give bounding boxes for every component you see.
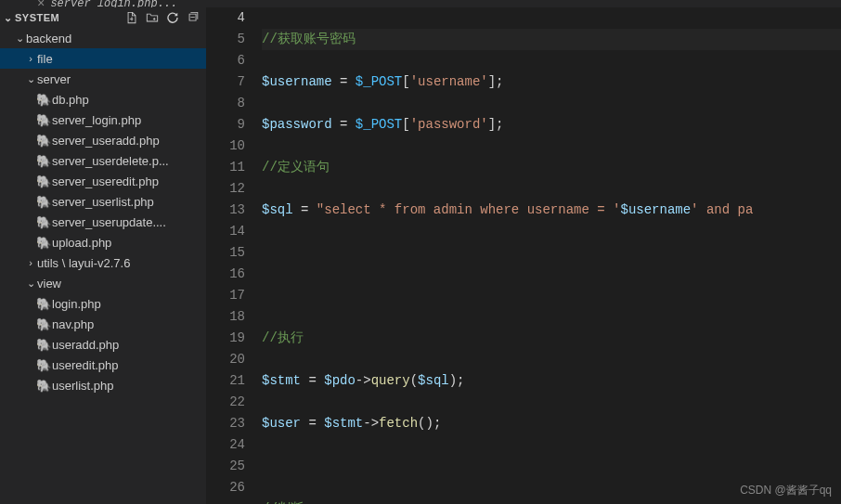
php-file-icon: 🐘: [35, 338, 52, 352]
file-userlist-php[interactable]: 🐘userlist.php: [0, 375, 206, 395]
tree-item-label: server_useredit.php: [52, 174, 159, 188]
line-number: 14: [206, 221, 245, 242]
tree-item-label: server_useradd.php: [52, 134, 160, 148]
php-file-icon: 🐘: [35, 215, 52, 229]
tab-close-icon[interactable]: ×: [37, 0, 45, 7]
line-number: 21: [206, 370, 245, 392]
line-number: 12: [206, 178, 245, 200]
php-file-icon: 🐘: [35, 317, 52, 331]
folder-server[interactable]: ⌄server: [0, 69, 206, 89]
line-number: 6: [206, 50, 245, 71]
code-editor[interactable]: 4567891011121314151617181920212223242526…: [206, 7, 841, 504]
tree-item-label: login.php: [52, 297, 101, 311]
tree-item-label: server_userupdate....: [52, 215, 166, 229]
code-area[interactable]: //获取账号密码 $username = $_POST['username'];…: [262, 7, 841, 504]
explorer-section-header[interactable]: ⌄ SYSTEM: [0, 7, 206, 28]
file-server-login-php[interactable]: 🐘server_login.php: [0, 110, 206, 130]
line-number: 15: [206, 242, 245, 264]
php-file-icon: 🐘: [35, 174, 52, 188]
chevron-down-icon: ⌄: [24, 73, 37, 85]
tree-item-label: useradd.php: [52, 338, 119, 352]
chevron-right-icon: ›: [24, 53, 37, 64]
new-folder-icon[interactable]: [143, 8, 162, 27]
refresh-icon[interactable]: [163, 8, 182, 27]
file-nav-php[interactable]: 🐘nav.php: [0, 314, 206, 334]
chevron-down-icon: ⌄: [24, 278, 37, 290]
tree-item-label: useredit.php: [52, 358, 119, 372]
tab-label[interactable]: server_login.php...: [50, 0, 177, 7]
line-number: 9: [206, 114, 245, 136]
line-number: 7: [206, 71, 245, 93]
line-number: 22: [206, 392, 245, 413]
folder-backend[interactable]: ⌄backend: [0, 28, 206, 48]
watermark: CSDN @酱酱子qq: [740, 483, 832, 498]
line-number: 18: [206, 306, 245, 328]
line-number: 4: [206, 7, 245, 29]
collapse-all-icon[interactable]: [184, 8, 202, 27]
php-file-icon: 🐘: [35, 154, 52, 168]
file-useradd-php[interactable]: 🐘useradd.php: [0, 334, 206, 355]
line-number: 13: [206, 200, 245, 221]
php-file-icon: 🐘: [35, 195, 52, 209]
line-number: 23: [206, 413, 245, 434]
chevron-right-icon: ›: [24, 257, 37, 268]
tree-item-label: nav.php: [52, 317, 94, 331]
tree-item-label: file: [37, 52, 53, 66]
file-server-userlist-php[interactable]: 🐘server_userlist.php: [0, 191, 206, 212]
file-server-useredit-php[interactable]: 🐘server_useredit.php: [0, 171, 206, 191]
tree-item-label: userlist.php: [52, 379, 113, 393]
php-file-icon: 🐘: [35, 113, 52, 127]
folder-utils-layui-v2-7-6[interactable]: ›utils \ layui-v2.7.6: [0, 252, 206, 273]
file-server-useradd-php[interactable]: 🐘server_useradd.php: [0, 130, 206, 150]
php-file-icon: 🐘: [35, 236, 52, 250]
folder-file[interactable]: ›file: [0, 48, 206, 69]
php-file-icon: 🐘: [35, 379, 52, 393]
line-number: 25: [206, 456, 245, 477]
file-tree: ⌄backend›file⌄server🐘db.php🐘server_login…: [0, 28, 206, 504]
file-server-userdelete-p-[interactable]: 🐘server_userdelete.p...: [0, 150, 206, 171]
tree-item-label: server_userlist.php: [52, 195, 154, 209]
line-number: 20: [206, 349, 245, 370]
line-number-gutter: 4567891011121314151617181920212223242526: [206, 7, 262, 504]
line-number: 26: [206, 477, 245, 498]
tree-item-label: view: [37, 277, 61, 291]
line-number: 16: [206, 264, 245, 285]
chevron-down-icon: ⌄: [2, 12, 15, 24]
line-number: 11: [206, 157, 245, 178]
file-server-userupdate-[interactable]: 🐘server_userupdate....: [0, 212, 206, 232]
line-number: 17: [206, 285, 245, 306]
chevron-down-icon: ⌄: [13, 32, 26, 45]
tree-item-label: backend: [26, 32, 71, 45]
php-file-icon: 🐘: [35, 358, 52, 372]
tree-item-label: server_userdelete.p...: [52, 154, 169, 168]
file-login-php[interactable]: 🐘login.php: [0, 293, 206, 314]
php-file-icon: 🐘: [35, 93, 52, 107]
explorer-sidebar: ⌄ SYSTEM ⌄backend›file⌄server🐘db.php🐘ser…: [0, 7, 206, 504]
line-number: 8: [206, 93, 245, 114]
php-file-icon: 🐘: [35, 297, 52, 311]
tree-item-label: server: [37, 72, 71, 86]
section-title: SYSTEM: [15, 12, 123, 23]
line-number: 24: [206, 434, 245, 456]
tree-item-label: utils \ layui-v2.7.6: [37, 256, 130, 270]
tree-item-label: upload.php: [52, 236, 111, 250]
tree-item-label: db.php: [52, 93, 89, 107]
editor-tab-bar: × server_login.php...: [0, 0, 841, 7]
php-file-icon: 🐘: [35, 134, 52, 148]
line-number: 5: [206, 29, 245, 50]
tree-item-label: server_login.php: [52, 113, 141, 127]
new-file-icon[interactable]: [123, 8, 141, 27]
line-number: 10: [206, 136, 245, 157]
line-number: 19: [206, 328, 245, 349]
file-upload-php[interactable]: 🐘upload.php: [0, 232, 206, 252]
folder-view[interactable]: ⌄view: [0, 273, 206, 293]
file-useredit-php[interactable]: 🐘useredit.php: [0, 355, 206, 375]
file-db-php[interactable]: 🐘db.php: [0, 89, 206, 110]
